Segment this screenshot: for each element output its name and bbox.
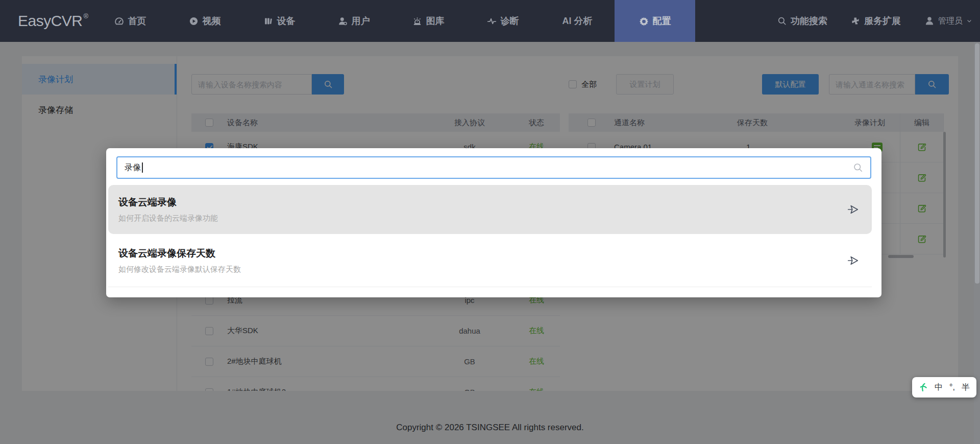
- nav-item-video[interactable]: 视频: [167, 0, 242, 42]
- ime-width-mode[interactable]: 半: [962, 382, 970, 393]
- nav-item-device[interactable]: 设备: [242, 0, 316, 42]
- search-query-text: 录像: [125, 162, 141, 173]
- nav-item-ai-analysis[interactable]: AI 分析: [540, 0, 615, 42]
- go-arrow-icon[interactable]: [846, 203, 860, 216]
- result-description: 如何修改设备云端录像默认保存天数: [118, 265, 241, 274]
- result-description: 如何开启设备的云端录像功能: [118, 214, 218, 223]
- puzzle-icon: [851, 16, 860, 26]
- dashboard-icon: [114, 16, 124, 26]
- nav-item-home[interactable]: 首页: [93, 0, 167, 42]
- search-result-item[interactable]: 设备云端录像 如何开启设备的云端录像功能: [108, 185, 872, 234]
- ime-statusbar[interactable]: 中 °, 半: [912, 377, 976, 398]
- function-search-button[interactable]: 功能搜索: [777, 15, 827, 27]
- device-icon: [263, 16, 273, 26]
- text-cursor: [142, 162, 143, 173]
- user-menu[interactable]: 管理员: [924, 16, 972, 27]
- scrollbar-thumb[interactable]: [975, 43, 979, 284]
- ime-logo-icon: [919, 383, 928, 392]
- result-title: 设备云端录像保存天数: [118, 247, 241, 260]
- search-icon: [853, 162, 863, 173]
- modal-search-input[interactable]: 录像: [116, 156, 871, 179]
- nav-item-config[interactable]: 配置: [615, 0, 695, 42]
- go-arrow-icon[interactable]: [846, 254, 860, 267]
- search-result-item[interactable]: 设备云端录像保存天数 如何修改设备云端录像默认保存天数: [108, 234, 872, 287]
- avatar-icon: [924, 16, 935, 26]
- service-extension-button[interactable]: 服务扩展: [851, 15, 901, 27]
- gear-icon: [639, 16, 649, 26]
- app-logo: EasyCVR®: [18, 0, 88, 42]
- ime-mode-chinese[interactable]: 中: [935, 382, 943, 393]
- user-icon: [338, 16, 348, 26]
- search-icon: [777, 16, 787, 26]
- nav-item-user[interactable]: 用户: [316, 0, 391, 42]
- chevron-down-icon: [966, 18, 972, 24]
- diagnosis-icon: [487, 16, 497, 26]
- nav-item-diagnosis[interactable]: 诊断: [465, 0, 540, 42]
- nav-item-gallery[interactable]: 图库: [391, 0, 465, 42]
- navbar-right: 功能搜索 服务扩展 管理员: [777, 0, 972, 42]
- gallery-icon: [412, 16, 422, 26]
- video-icon: [189, 16, 199, 26]
- function-search-modal: 录像 设备云端录像 如何开启设备的云端录像功能 设备云端录像保存天数 如何修改设…: [106, 148, 881, 297]
- ime-punctuation-mode[interactable]: °,: [949, 383, 955, 392]
- result-title: 设备云端录像: [118, 196, 218, 209]
- navbar: EasyCVR® 首页 视频 设备 用户 图库 诊断 AI 分析: [0, 0, 980, 42]
- search-results: 设备云端录像 如何开启设备的云端录像功能 设备云端录像保存天数 如何修改设备云端…: [108, 185, 872, 287]
- main-nav: 首页 视频 设备 用户 图库 诊断 AI 分析 配置: [93, 0, 695, 42]
